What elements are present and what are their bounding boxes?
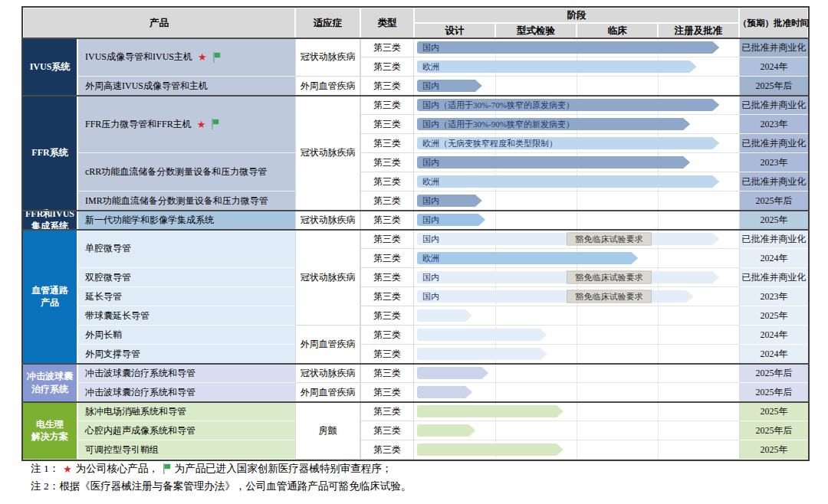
stage-cell (414, 421, 739, 440)
product-name: 外周支撑导管 (85, 348, 140, 361)
product-name: 双腔微导管 (85, 271, 131, 284)
indication-cell: 冠状动脉疾病 (295, 96, 360, 211)
product-cell: 心腔内超声成像系统和导管 (78, 421, 295, 440)
note-1-flag-text: 为产品已进入国家创新医疗器械特别审查程序； (175, 462, 393, 476)
stage-column-divider (577, 383, 577, 401)
stage-cell: 国内 (414, 77, 739, 96)
stage-column-divider (658, 383, 659, 401)
product-cell: 延长导管 (78, 287, 295, 306)
header-separator (21, 38, 810, 39)
type-cell: 第三类 (360, 230, 414, 249)
type-cell: 第三类 (360, 421, 414, 440)
product-name: 冲击波球囊治疗系统和导管 (85, 386, 196, 399)
stage-column-divider (658, 211, 659, 229)
indication-cell: 冠状动脉疾病 (295, 364, 360, 383)
stage-column-divider (577, 440, 577, 459)
core-product-star-icon: ★ (198, 52, 207, 62)
type-cell: 第三类 (360, 38, 414, 57)
group-cell: FFR和IVUS 集成系统 (23, 211, 78, 230)
indication-cell: 冠状动脉疾病 (295, 38, 360, 77)
stage-bar-label: 国内 (417, 42, 439, 54)
product-cell: 脉冲电场消融系统和导管 (78, 402, 295, 421)
approval-cell: 2025年 (739, 211, 808, 230)
approval-cell: 2025年 (739, 440, 808, 460)
innovation-flag-icon (163, 463, 171, 474)
stage-bar-label: 国内 (417, 291, 439, 303)
stage-column-divider (577, 191, 577, 210)
approval-cell: 2025年 (739, 402, 808, 421)
innovation-flag-icon (212, 52, 221, 63)
indication-cell: 外周血管疾病 (295, 326, 360, 364)
stage-column-divider (495, 211, 496, 229)
stage-cell: 国内 (414, 211, 739, 230)
approval-cell: 2023年 (739, 287, 808, 306)
note-1-star-text: 为公司核心产品， (76, 462, 159, 476)
approval-cell: 2025年后 (739, 191, 808, 211)
stage-column-divider (495, 306, 496, 325)
core-product-star-icon: ★ (197, 119, 206, 129)
stage-cell (414, 383, 739, 402)
stage-progress-bar: 国内 (417, 41, 719, 54)
stage-column-divider (658, 191, 659, 210)
header-stage-registration: 注册及批准 (658, 23, 739, 38)
approval-cell: 已批准并商业化 (739, 268, 808, 287)
stage-progress-bar (417, 367, 488, 379)
type-cell: 第三类 (360, 249, 414, 268)
approval-cell: 2025年后 (739, 383, 808, 402)
header-type: 类型 (360, 8, 414, 38)
product-name: FFR压力微导管和FFR主机 (85, 118, 192, 131)
stage-progress-bar: 国内 (417, 80, 482, 92)
type-cell: 第三类 (360, 345, 414, 364)
group-separator (21, 401, 810, 403)
approval-cell: 2024年 (739, 326, 808, 345)
stage-cell: 欧洲 (414, 172, 739, 191)
approval-cell: 2025年后 (739, 364, 808, 383)
product-name: 带球囊延长导管 (85, 309, 150, 322)
stage-progress-bar (417, 309, 472, 322)
stage-cell: 国内 (414, 153, 739, 172)
approval-cell: 已批准并商业化 (739, 172, 808, 191)
type-cell: 第三类 (360, 211, 414, 230)
stage-cell: 国内豁免临床试验要求 (414, 230, 739, 249)
clinical-waiver-chip: 豁免临床试验要求 (567, 233, 651, 246)
innovation-flag-icon (211, 119, 219, 129)
type-cell: 第三类 (360, 153, 414, 172)
stage-column-divider (495, 77, 496, 95)
product-cell: 外周长鞘 (78, 326, 295, 345)
group-cell: 血管通路 产品 (23, 230, 78, 364)
stage-column-divider (658, 306, 659, 325)
approval-cell: 2023年 (739, 115, 808, 134)
note-1: 注 1： ★ 为公司核心产品， 为产品已进入国家创新医疗器械特别审查程序； (31, 462, 411, 476)
type-cell: 第三类 (360, 268, 414, 287)
product-name: 外周长鞘 (85, 329, 122, 342)
approval-cell: 已批准并商业化 (739, 134, 808, 153)
stage-progress-bar: 欧洲（无病变狭窄程度和类型限制） (417, 137, 719, 149)
type-cell: 第三类 (360, 326, 414, 345)
stage-cell (414, 364, 739, 383)
product-name: 可调控型导引鞘组 (85, 443, 159, 457)
product-cell: 带球囊延长导管 (78, 306, 295, 326)
product-cell: IVUS成像导管和IVUS主机★ (78, 38, 295, 77)
stage-bar-label: 国内（适用于30%-70%狭窄的原发病变） (417, 100, 574, 111)
type-cell: 第三类 (360, 191, 414, 211)
stage-cell: 国内豁免临床试验要求 (414, 268, 739, 287)
header-indication: 适应症 (295, 8, 360, 38)
header-stage: 阶段 (414, 8, 739, 23)
stage-progress-bar: 欧洲 (417, 175, 719, 188)
pipeline-table: 产品 适应症 类型 阶段 设计 型式检验 临床 注册及批准 （预期）批准时间 I… (21, 6, 810, 461)
type-cell: 第三类 (360, 402, 414, 421)
approval-cell: 2023年 (739, 153, 808, 172)
stage-cell: 国内 (414, 191, 739, 211)
note-1-prefix: 注 1： (31, 462, 59, 476)
stage-column-divider (495, 364, 496, 382)
product-name: 延长导管 (85, 290, 122, 303)
product-cell: cRR功能血流储备分数测量设备和压力微导管 (78, 153, 295, 191)
product-cell: 冲击波球囊治疗系统和导管 (78, 383, 295, 402)
product-cell: 外周支撑导管 (78, 345, 295, 364)
note-2: 注 2：根据《医疗器械注册与备案管理办法》，公司血管通路产品可豁免临床试验。 (31, 479, 411, 493)
stage-bar-label: 国内 (417, 80, 439, 92)
indication-cell: 外周血管疾病 (295, 77, 360, 96)
stage-progress-bar: 国内 (417, 156, 690, 169)
clinical-waiver-chip: 豁免临床试验要求 (567, 271, 651, 284)
type-cell: 第三类 (360, 172, 414, 191)
